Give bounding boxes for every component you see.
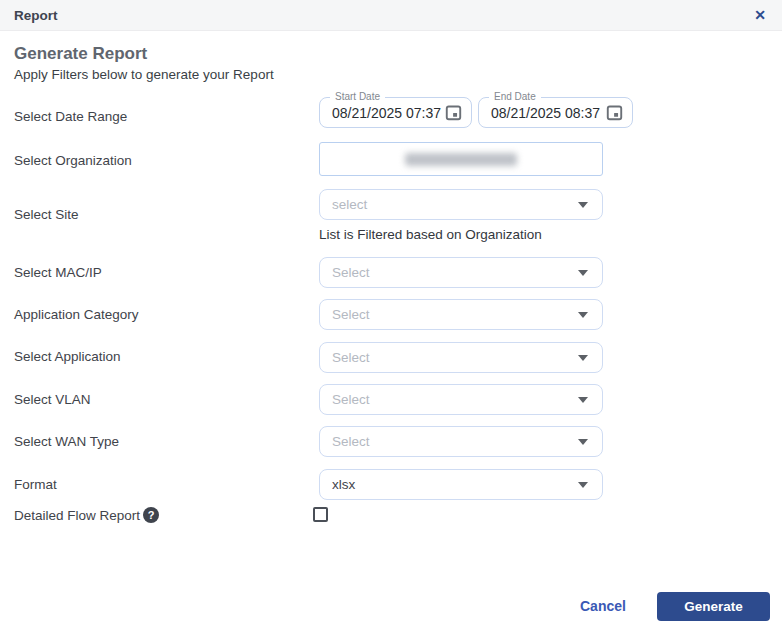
mac-ip-select-placeholder: Select <box>332 265 578 280</box>
application-select-placeholder: Select <box>332 350 578 365</box>
application-select[interactable]: Select <box>319 342 603 373</box>
detailed-flow-checkbox[interactable] <box>313 507 328 522</box>
chevron-down-icon <box>578 482 588 488</box>
wan-type-label: Select WAN Type <box>14 434 119 449</box>
app-category-label: Application Category <box>14 307 139 322</box>
organization-label: Select Organization <box>14 153 132 168</box>
wan-type-select-placeholder: Select <box>332 434 578 449</box>
dialog-header: Report ✕ <box>0 0 782 31</box>
chevron-down-icon <box>578 270 588 276</box>
dialog-header-title: Report <box>14 8 58 23</box>
date-range-label: Select Date Range <box>14 109 127 124</box>
wan-type-select[interactable]: Select <box>319 426 603 457</box>
site-select[interactable]: select <box>319 189 603 220</box>
mac-ip-label: Select MAC/IP <box>14 265 102 280</box>
start-date-field[interactable]: Start Date 08/21/2025 07:37 <box>319 97 472 128</box>
start-date-float-label: Start Date <box>330 91 385 102</box>
vlan-select[interactable]: Select <box>319 384 603 415</box>
generate-button[interactable]: Generate <box>657 592 770 621</box>
page-subtitle: Apply Filters below to generate your Rep… <box>14 67 274 82</box>
chevron-down-icon <box>578 439 588 445</box>
organization-value-redacted <box>405 153 517 166</box>
format-select[interactable]: xlsx <box>319 469 603 500</box>
close-icon[interactable]: ✕ <box>752 6 768 24</box>
calendar-icon[interactable] <box>605 103 624 122</box>
application-label: Select Application <box>14 349 121 364</box>
calendar-icon[interactable] <box>444 103 463 122</box>
generate-report-dialog: Report ✕ Generate Report Apply Filters b… <box>0 0 782 625</box>
vlan-select-placeholder: Select <box>332 392 578 407</box>
mac-ip-select[interactable]: Select <box>319 257 603 288</box>
format-label: Format <box>14 477 57 492</box>
end-date-field[interactable]: End Date 08/21/2025 08:37 <box>478 97 633 128</box>
organization-input[interactable] <box>319 142 603 176</box>
app-category-select-placeholder: Select <box>332 307 578 322</box>
chevron-down-icon <box>578 355 588 361</box>
end-date-value[interactable]: 08/21/2025 08:37 <box>491 105 605 121</box>
start-date-value[interactable]: 08/21/2025 07:37 <box>332 105 444 121</box>
chevron-down-icon <box>578 202 588 208</box>
app-category-select[interactable]: Select <box>319 299 603 330</box>
detailed-flow-label: Detailed Flow Report <box>14 508 140 523</box>
format-select-value: xlsx <box>332 477 578 492</box>
help-icon[interactable]: ? <box>143 507 159 523</box>
cancel-button[interactable]: Cancel <box>580 598 626 614</box>
page-title: Generate Report <box>14 44 147 64</box>
site-label: Select Site <box>14 207 79 222</box>
vlan-label: Select VLAN <box>14 392 91 407</box>
chevron-down-icon <box>578 312 588 318</box>
chevron-down-icon <box>578 397 588 403</box>
site-helper-text: List is Filtered based on Organization <box>319 227 542 242</box>
site-select-placeholder: select <box>332 197 578 212</box>
end-date-float-label: End Date <box>489 91 541 102</box>
